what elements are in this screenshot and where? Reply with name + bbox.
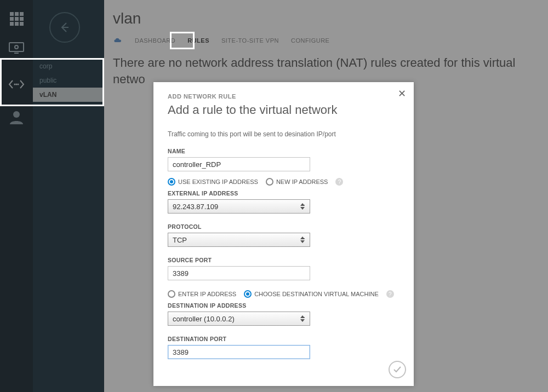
protocol-select[interactable]: TCP [168, 233, 310, 247]
radio-new-ip[interactable]: NEW IP ADDRESS [266, 178, 328, 186]
modal-title: Add a rule to the virtual network [168, 103, 399, 117]
destination-ip-label: DESTINATION IP ADDRESS [168, 302, 399, 309]
source-port-label: SOURCE PORT [168, 257, 399, 263]
destination-ip-select[interactable]: controller (10.0.0.2) [168, 312, 310, 326]
protocol-label: PROTOCOL [168, 223, 399, 230]
destination-port-input[interactable] [168, 345, 310, 359]
modal-description: Traffic coming to this port will be sent… [168, 130, 399, 138]
radio-use-existing-ip-label: USE EXISTING IP ADDRESS [178, 178, 258, 185]
add-network-rule-modal: ✕ ADD NETWORK RULE Add a rule to the vir… [153, 82, 414, 386]
help-icon[interactable]: ? [335, 178, 343, 186]
external-ip-value: 92.243.87.109 [173, 203, 218, 211]
source-port-input[interactable] [168, 266, 310, 280]
external-ip-label: EXTERNAL IP ADDRESS [168, 190, 399, 197]
radio-enter-ip[interactable]: ENTER IP ADDRESS [168, 290, 236, 298]
confirm-button[interactable] [389, 361, 406, 378]
destination-ip-value: controller (10.0.0.2) [173, 315, 235, 323]
external-ip-select[interactable]: 92.243.87.109 [168, 199, 310, 214]
radio-choose-vm[interactable]: CHOOSE DESTINATION VIRTUAL MACHINE [244, 290, 379, 298]
name-input[interactable] [168, 157, 310, 171]
protocol-value: TCP [173, 236, 187, 244]
name-label: NAME [168, 148, 399, 154]
help-icon[interactable]: ? [386, 290, 394, 298]
radio-enter-ip-label: ENTER IP ADDRESS [178, 291, 236, 297]
destination-port-label: DESTINATION PORT [168, 336, 399, 342]
radio-choose-vm-label: CHOOSE DESTINATION VIRTUAL MACHINE [254, 291, 379, 297]
radio-use-existing-ip[interactable]: USE EXISTING IP ADDRESS [168, 178, 258, 186]
close-icon[interactable]: ✕ [398, 88, 406, 100]
modal-eyebrow: ADD NETWORK RULE [168, 93, 399, 100]
radio-new-ip-label: NEW IP ADDRESS [276, 178, 328, 185]
